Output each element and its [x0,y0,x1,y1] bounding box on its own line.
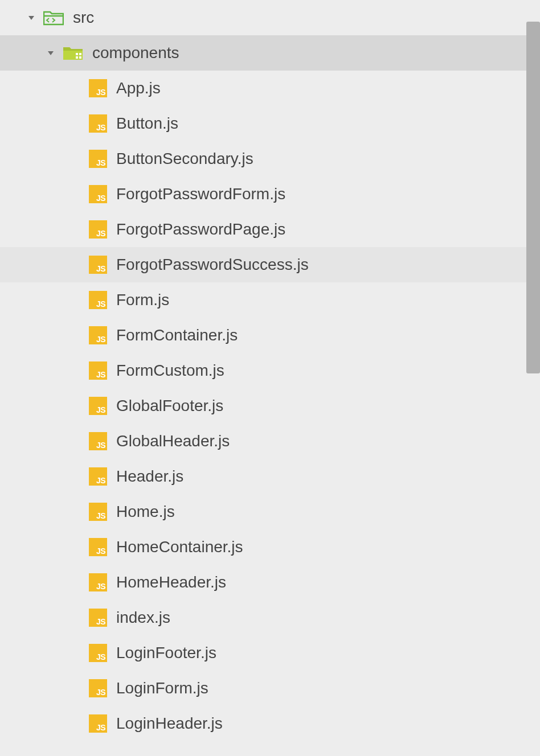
file-label: Home.js [116,503,175,521]
file-row[interactable]: JSButtonSecondary.js [0,141,540,176]
js-icon-label: JS [96,406,105,414]
folder-row-src[interactable]: src [0,0,540,35]
file-label: Form.js [116,291,169,309]
file-label: Button.js [116,114,178,133]
file-row[interactable]: JSForgotPasswordPage.js [0,212,540,247]
js-icon-label: JS [96,194,105,202]
js-file-icon: JS [89,503,107,521]
js-icon-label: JS [96,618,105,626]
js-file-icon: JS [89,397,107,415]
file-tree: src components JSApp.jsJSButton.jsJSButt… [0,0,540,741]
file-label: LoginHeader.js [116,714,223,733]
file-label: Header.js [116,467,183,486]
js-icon-label: JS [96,582,105,590]
scrollbar-thumb[interactable] [526,22,540,373]
file-row[interactable]: JSGlobalFooter.js [0,388,540,424]
file-label: ButtonSecondary.js [116,150,253,168]
js-icon-label: JS [96,124,105,132]
file-label: GlobalFooter.js [116,397,223,415]
chevron-down-icon [46,48,56,58]
svg-rect-5 [79,56,81,59]
js-file-icon: JS [89,714,107,733]
js-icon-label: JS [96,688,105,696]
file-label: HomeContainer.js [116,538,243,556]
svg-rect-4 [76,56,78,59]
js-icon-label: JS [96,547,105,555]
file-row[interactable]: JSHome.js [0,494,540,529]
js-file-icon: JS [89,538,107,556]
file-row[interactable]: JSFormCustom.js [0,353,540,388]
file-label: ForgotPasswordPage.js [116,220,285,239]
file-row[interactable]: JSFormContainer.js [0,318,540,353]
svg-rect-3 [79,53,81,55]
svg-rect-2 [76,53,78,55]
file-label: LoginForm.js [116,679,208,697]
file-label: ForgotPasswordForm.js [116,185,285,203]
js-file-icon: JS [89,573,107,591]
js-icon-label: JS [96,159,105,167]
file-label: App.js [116,79,161,97]
folder-row-components[interactable]: components [0,35,540,71]
svg-marker-0 [28,16,34,20]
js-file-icon: JS [89,326,107,344]
folder-label: components [92,44,179,62]
js-file-icon: JS [89,361,107,380]
file-row[interactable]: JSButton.js [0,106,540,141]
svg-marker-1 [48,51,54,55]
file-row[interactable]: JSLoginFooter.js [0,635,540,671]
js-icon-label: JS [96,476,105,484]
js-icon-label: JS [96,724,105,732]
js-file-icon: JS [89,114,107,133]
js-file-icon: JS [89,256,107,274]
js-icon-label: JS [96,512,105,520]
file-label: FormCustom.js [116,361,224,380]
file-row[interactable]: JSHeader.js [0,459,540,494]
folder-src-icon [43,9,64,26]
js-icon-label: JS [96,441,105,449]
js-file-icon: JS [89,291,107,309]
js-file-icon: JS [89,432,107,450]
file-row[interactable]: JSHomeHeader.js [0,565,540,600]
js-icon-label: JS [96,371,105,379]
file-label: FormContainer.js [116,326,238,344]
file-row[interactable]: JSLoginHeader.js [0,706,540,741]
js-file-icon: JS [89,185,107,203]
file-list: JSApp.jsJSButton.jsJSButtonSecondary.jsJ… [0,71,540,741]
js-file-icon: JS [89,644,107,662]
js-file-icon: JS [89,150,107,168]
file-row[interactable]: JSForm.js [0,282,540,318]
js-icon-label: JS [96,335,105,343]
js-file-icon: JS [89,467,107,486]
file-label: GlobalHeader.js [116,432,230,450]
file-label: LoginFooter.js [116,644,216,662]
js-file-icon: JS [89,79,107,97]
file-row[interactable]: JSLoginForm.js [0,671,540,706]
file-row[interactable]: JSForgotPasswordSuccess.js [0,247,540,282]
folder-label: src [73,9,94,27]
folder-components-icon [63,44,83,61]
file-row[interactable]: JSHomeContainer.js [0,529,540,565]
file-row[interactable]: JSindex.js [0,600,540,635]
js-icon-label: JS [96,88,105,96]
js-icon-label: JS [96,265,105,273]
js-file-icon: JS [89,609,107,627]
js-file-icon: JS [89,679,107,697]
file-row[interactable]: JSApp.js [0,71,540,106]
file-row[interactable]: JSForgotPasswordForm.js [0,176,540,212]
chevron-down-icon [26,13,36,23]
file-label: ForgotPasswordSuccess.js [116,256,309,274]
file-row[interactable]: JSGlobalHeader.js [0,424,540,459]
js-icon-label: JS [96,229,105,237]
js-file-icon: JS [89,220,107,239]
file-label: HomeHeader.js [116,573,226,591]
js-icon-label: JS [96,300,105,308]
js-icon-label: JS [96,653,105,661]
file-label: index.js [116,609,170,627]
